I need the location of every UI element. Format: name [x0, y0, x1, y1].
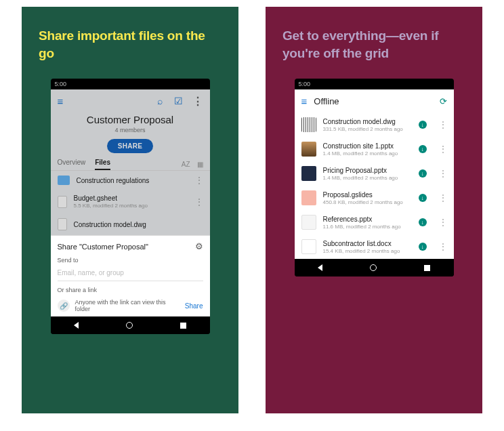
gear-icon[interactable]: ⚙ — [195, 241, 203, 251]
phone-screen: ≡ ⌕ ☑ ⋮ Customer Proposal 4 members SHAR… — [51, 89, 210, 316]
list-item[interactable]: Budget.gsheet 5.5 KB, modified 2 months … — [51, 190, 210, 213]
file-meta: 331.5 KB, modified 2 months ago — [323, 126, 412, 132]
file-meta: 1.4 MB, modified 2 months ago — [323, 175, 412, 181]
list-item[interactable]: Construction regulations ⋮ — [51, 171, 210, 190]
recent-icon[interactable] — [424, 265, 430, 271]
dimmed-background: ≡ ⌕ ☑ ⋮ Customer Proposal 4 members SHAR… — [51, 89, 210, 235]
headline: Get to everything—even if you're off the… — [282, 27, 465, 62]
more-icon[interactable]: ⋮ — [192, 95, 203, 108]
file-name: Construction site 1.pptx — [323, 142, 412, 150]
share-sheet: Share "Customer Proposal" ⚙ Send to Emai… — [51, 235, 210, 316]
file-thumb — [301, 239, 316, 254]
list-item[interactable]: Construction model.dwg — [51, 213, 210, 235]
send-to-label: Send to — [58, 257, 203, 264]
phone-screen: ≡ Offline ⟳ Construction model.dwg331.5 … — [295, 89, 454, 259]
link-share-button[interactable]: Share — [185, 302, 203, 310]
download-badge-icon: ↓ — [419, 145, 427, 153]
file-name: Proposal.gslides — [323, 191, 412, 199]
file-icon — [58, 218, 67, 230]
home-icon[interactable] — [126, 322, 133, 329]
row-more-icon[interactable]: ⋮ — [195, 176, 203, 185]
status-bar: 5:00 — [51, 79, 210, 89]
home-icon[interactable] — [370, 264, 377, 271]
tab-overview[interactable]: Overview — [58, 159, 86, 170]
list-item[interactable]: Construction site 1.pptx1.4 MB, modified… — [295, 137, 454, 161]
search-icon[interactable]: ⌕ — [154, 96, 165, 106]
file-meta: 450.8 KB, modified 2 months ago — [323, 199, 412, 205]
file-name: Pricing Proposal.pptx — [323, 167, 412, 174]
list-item[interactable]: Pricing Proposal.pptx1.4 MB, modified 2 … — [295, 161, 454, 186]
file-name: Budget.gsheet — [74, 194, 188, 202]
file-name: Construction regulations — [77, 177, 188, 184]
download-badge-icon: ↓ — [419, 121, 427, 129]
list-item[interactable]: Subcontractor list.docx15.4 KB, modified… — [295, 234, 454, 259]
headline: Share important files on the go — [39, 27, 222, 62]
file-list: Construction regulations ⋮ Budget.gsheet… — [51, 170, 210, 235]
link-icon: 🔗 — [58, 300, 70, 312]
sync-icon[interactable]: ⟳ — [440, 96, 447, 106]
file-icon — [58, 196, 67, 208]
tab-files[interactable]: Files — [95, 159, 110, 170]
download-badge-icon: ↓ — [419, 243, 427, 251]
promo-panel-share: Share important files on the go 5:00 ≡ ⌕… — [22, 7, 238, 413]
page-title: Offline — [314, 96, 432, 106]
status-time: 5:00 — [55, 81, 67, 87]
file-meta: 15.4 KB, modified 2 months ago — [323, 248, 412, 254]
folder-title: Customer Proposal — [51, 114, 210, 125]
status-bar: 5:00 — [295, 79, 454, 89]
download-badge-icon: ↓ — [419, 169, 427, 178]
back-icon[interactable] — [318, 264, 322, 271]
promo-panel-offline: Get to everything—even if you're off the… — [266, 7, 482, 413]
phone-frame: 5:00 ≡ Offline ⟳ Construction model.dwg3… — [295, 79, 454, 276]
back-icon[interactable] — [74, 322, 79, 329]
file-name: References.pptx — [323, 216, 412, 223]
menu-icon[interactable]: ≡ — [58, 96, 64, 107]
android-navbar — [51, 316, 210, 334]
app-topbar: ≡ Offline ⟳ — [295, 89, 454, 112]
row-more-icon[interactable]: ⋮ — [439, 242, 447, 251]
sort-alpha-icon[interactable]: AZ — [182, 161, 190, 168]
sheet-title: Share "Customer Proposal" — [58, 243, 148, 251]
list-item[interactable]: Construction model.dwg331.5 KB, modified… — [295, 112, 454, 137]
status-time: 5:00 — [299, 81, 311, 87]
file-meta: 11.6 MB, modified 2 months ago — [323, 224, 412, 230]
list-item[interactable]: References.pptx11.6 MB, modified 2 month… — [295, 210, 454, 234]
file-thumb — [301, 190, 316, 205]
row-more-icon[interactable]: ⋮ — [439, 218, 447, 227]
row-more-icon[interactable]: ⋮ — [195, 197, 203, 207]
offline-file-list: Construction model.dwg331.5 KB, modified… — [295, 112, 454, 259]
link-desc: Anyone with the link can view this folde… — [75, 299, 180, 312]
file-meta: 1.4 MB, modified 2 months ago — [323, 150, 412, 157]
phone-frame: 5:00 ≡ ⌕ ☑ ⋮ Customer Proposal 4 members… — [51, 79, 210, 334]
row-more-icon[interactable]: ⋮ — [439, 144, 447, 154]
file-thumb — [301, 117, 316, 132]
file-name: Subcontractor list.docx — [323, 240, 412, 247]
file-thumb — [301, 215, 316, 230]
share-link-row: 🔗 Anyone with the link can view this fol… — [58, 299, 203, 312]
download-badge-icon: ↓ — [419, 194, 427, 202]
file-name: Construction model.dwg — [74, 221, 203, 228]
row-more-icon[interactable]: ⋮ — [439, 120, 447, 129]
file-thumb — [301, 166, 316, 181]
member-count: 4 members — [51, 127, 210, 134]
folder-tabs: Overview Files AZ ▦ — [51, 159, 210, 170]
list-item[interactable]: Proposal.gslides450.8 KB, modified 2 mon… — [295, 186, 454, 210]
app-topbar: ≡ ⌕ ☑ ⋮ — [51, 89, 210, 112]
file-thumb — [301, 142, 316, 157]
file-name: Construction model.dwg — [323, 118, 412, 125]
recent-icon[interactable] — [180, 323, 186, 329]
select-icon[interactable]: ☑ — [173, 96, 184, 106]
recipient-input[interactable]: Email, name, or group — [58, 269, 203, 281]
or-share-label: Or share a link — [58, 287, 203, 293]
folder-icon — [58, 176, 70, 185]
row-more-icon[interactable]: ⋮ — [439, 193, 447, 203]
grid-view-icon[interactable]: ▦ — [197, 161, 203, 168]
download-badge-icon: ↓ — [419, 218, 427, 226]
android-navbar — [295, 259, 454, 276]
share-button[interactable]: SHARE — [107, 139, 154, 153]
menu-icon[interactable]: ≡ — [301, 96, 308, 107]
row-more-icon[interactable]: ⋮ — [439, 169, 447, 178]
file-meta: 5.5 KB, modified 2 months ago — [74, 203, 188, 209]
